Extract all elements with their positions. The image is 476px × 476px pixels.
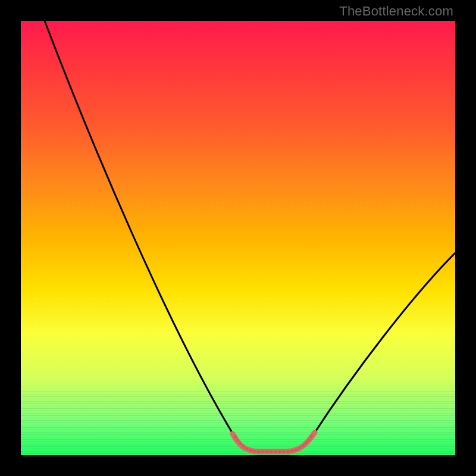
outer-frame: TheBottleneck.com <box>0 0 476 476</box>
gradient-plot-area <box>21 21 455 455</box>
attribution-text: TheBottleneck.com <box>339 4 453 19</box>
curve-path <box>45 21 455 453</box>
curve-highlight <box>233 433 315 452</box>
bottleneck-curve <box>21 21 455 455</box>
